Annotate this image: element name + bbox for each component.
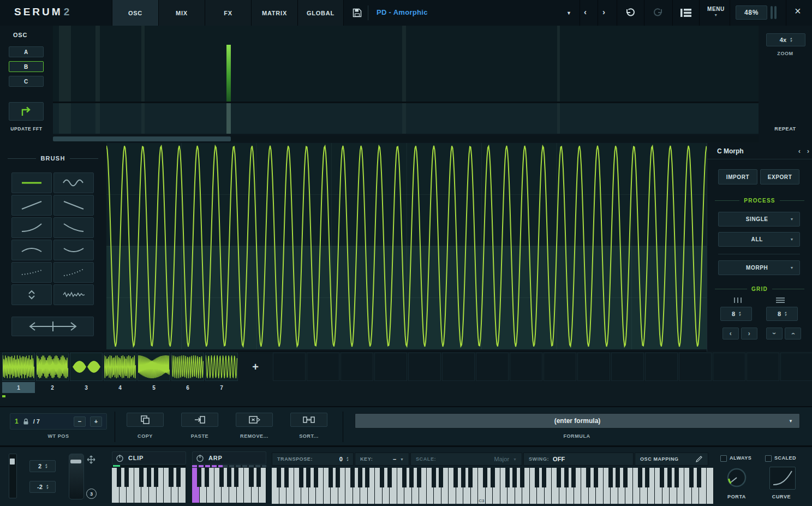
- resize-grip[interactable]: [774, 6, 777, 19]
- morph-next-icon[interactable]: ›: [807, 147, 809, 155]
- piano-key-black[interactable]: [306, 468, 311, 487]
- grid-x-stepper[interactable]: 8▴▾: [720, 307, 752, 321]
- stepper-carets-icon[interactable]: ▴▾: [739, 311, 741, 317]
- frame-slot-empty[interactable]: [307, 353, 339, 381]
- frame-number[interactable]: 7: [205, 382, 238, 393]
- mod-slider[interactable]: [9, 454, 17, 498]
- piano-key-black[interactable]: [169, 468, 173, 487]
- key-value[interactable]: –: [393, 456, 396, 462]
- spectrum-lower[interactable]: [53, 103, 759, 134]
- close-button[interactable]: ×: [795, 5, 801, 17]
- piano-key-black[interactable]: [314, 468, 318, 487]
- import-button[interactable]: IMPORT: [718, 169, 757, 184]
- sort-button[interactable]: [290, 413, 327, 427]
- bend-up-stepper[interactable]: 2▴▾: [29, 460, 56, 472]
- frame-slot-empty[interactable]: [577, 353, 610, 381]
- curve-display[interactable]: [769, 467, 796, 490]
- frame-number[interactable]: 4: [104, 382, 136, 393]
- piano-key-white[interactable]: [707, 468, 714, 504]
- piano-key-black[interactable]: [571, 468, 576, 487]
- formula-input[interactable]: (enter formula) ▼: [355, 413, 800, 428]
- piano-key-black[interactable]: [542, 468, 546, 487]
- spectrum-display[interactable]: [53, 26, 759, 143]
- scale-value[interactable]: Major: [494, 456, 510, 462]
- piano-key-black[interactable]: [234, 468, 238, 487]
- piano-key-black[interactable]: [697, 468, 701, 487]
- piano-key-black[interactable]: [623, 468, 628, 487]
- frame-number[interactable]: 3: [70, 382, 103, 393]
- menu-button[interactable]: MENU ▼: [704, 6, 728, 17]
- piano-key-black[interactable]: [117, 468, 121, 487]
- frame-thumbnail[interactable]: [205, 353, 238, 381]
- redo-icon[interactable]: [653, 7, 664, 19]
- piano-key-black[interactable]: [124, 468, 129, 487]
- mod-wheel-cap[interactable]: [70, 460, 81, 463]
- piano-key-black[interactable]: [197, 468, 201, 487]
- preset-prev-button[interactable]: ‹: [584, 7, 587, 16]
- frame-slot-empty[interactable]: [544, 353, 576, 381]
- piano-key-black[interactable]: [645, 468, 649, 487]
- move-icon[interactable]: [86, 455, 96, 465]
- tab-osc[interactable]: OSC: [112, 0, 158, 26]
- stepper-carets-icon[interactable]: ▴▾: [45, 463, 47, 469]
- scale-control[interactable]: SCALE: Major ▼: [410, 453, 522, 466]
- frame-thumbnail[interactable]: [171, 353, 204, 381]
- dropdown-caret-icon[interactable]: ▼: [400, 457, 404, 461]
- piano-key-black[interactable]: [564, 468, 569, 487]
- tab-global[interactable]: GLOBAL: [297, 0, 344, 26]
- piano-key-black[interactable]: [616, 468, 620, 487]
- piano-key-black[interactable]: [491, 468, 495, 487]
- nudge-left-button[interactable]: ‹: [723, 328, 739, 340]
- swing-value[interactable]: OFF: [553, 456, 565, 462]
- frame-thumbnail[interactable]: [36, 353, 69, 381]
- osc-b-button[interactable]: B: [9, 61, 44, 72]
- stepper-carets-icon[interactable]: ▴▾: [790, 37, 792, 43]
- frame-slot-empty[interactable]: [476, 353, 509, 381]
- clip-power-icon[interactable]: [116, 454, 124, 462]
- piano-key-black[interactable]: [219, 468, 224, 487]
- nudge-up-button[interactable]: ›: [766, 328, 783, 340]
- waveform-canvas[interactable]: [106, 143, 707, 349]
- paste-button[interactable]: [181, 413, 218, 427]
- brush-width-tool[interactable]: [11, 317, 94, 336]
- always-checkbox[interactable]: [720, 455, 727, 462]
- wt-pos-value[interactable]: 1: [15, 418, 19, 425]
- undo-icon[interactable]: [624, 7, 636, 19]
- piano-key-black[interactable]: [336, 468, 340, 487]
- piano-key-black[interactable]: [512, 468, 517, 487]
- piano-key-black[interactable]: [505, 468, 510, 487]
- mod-wheel[interactable]: [69, 454, 84, 499]
- preset-next-button[interactable]: ›: [602, 7, 605, 16]
- pencil-icon[interactable]: [695, 455, 703, 463]
- ui-scale-button[interactable]: 48%: [736, 5, 767, 20]
- brush-flip-tool[interactable]: [11, 284, 52, 305]
- preset-name[interactable]: PD - Amorphic: [377, 8, 428, 16]
- brush-dotted-steep-tool[interactable]: [53, 262, 94, 283]
- transpose-control[interactable]: TRANSPOSE: 0 ▴▾: [272, 453, 354, 466]
- tab-fx[interactable]: FX: [205, 0, 251, 26]
- dropdown-caret-icon[interactable]: ▼: [513, 457, 517, 461]
- piano-key-black[interactable]: [154, 468, 158, 487]
- piano-key-black[interactable]: [432, 468, 436, 487]
- arp-keyboard[interactable]: [192, 468, 266, 503]
- piano-key-black[interactable]: [227, 468, 231, 487]
- remove-button[interactable]: [236, 413, 273, 427]
- tab-mix[interactable]: MIX: [158, 0, 205, 26]
- brush-ramp-down-tool[interactable]: [53, 195, 94, 216]
- scaled-checkbox[interactable]: [765, 455, 772, 462]
- piano-key-black[interactable]: [660, 468, 664, 487]
- frame-slot-empty[interactable]: [273, 353, 306, 381]
- piano-key-black[interactable]: [417, 468, 421, 487]
- frame-slot-empty[interactable]: [679, 353, 712, 381]
- piano-key-black[interactable]: [453, 468, 458, 487]
- osc-mapping-control[interactable]: OSC MAPPING: [635, 453, 708, 466]
- piano-key-black[interactable]: [176, 468, 181, 487]
- process-target-dropdown[interactable]: ALL▼: [718, 232, 800, 247]
- brush-ramp-up-tool[interactable]: [11, 195, 52, 216]
- process-mode-dropdown[interactable]: SINGLE▼: [718, 212, 800, 227]
- piano-key-black[interactable]: [461, 468, 465, 487]
- spectrum-upper[interactable]: [53, 26, 759, 102]
- porta-knob[interactable]: [726, 467, 748, 489]
- swing-control[interactable]: SWING: OFF: [523, 453, 634, 466]
- osc-a-button[interactable]: A: [9, 46, 44, 57]
